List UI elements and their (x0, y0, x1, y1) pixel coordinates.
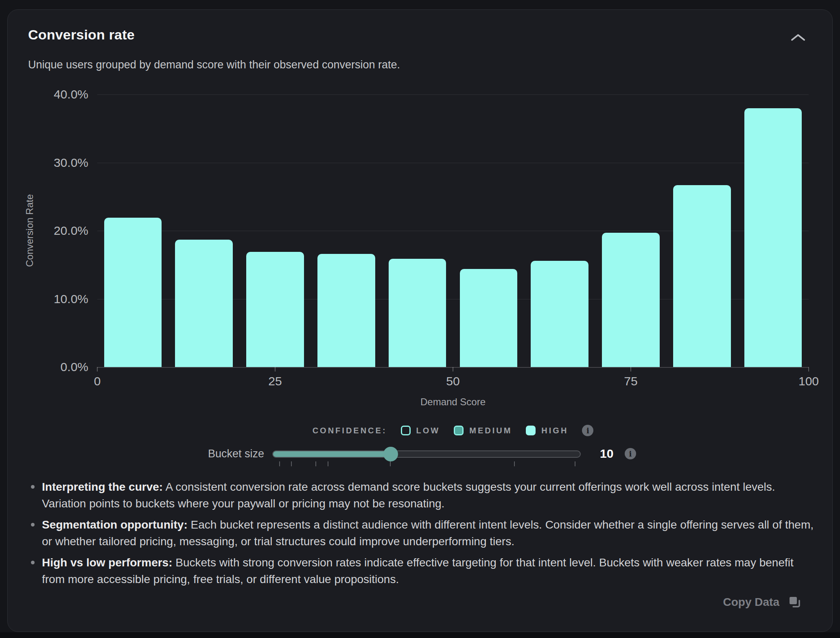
legend-item-label: HIGH (541, 426, 568, 435)
bar-0-10[interactable] (104, 218, 162, 367)
bullet-dot (31, 561, 35, 564)
note-text: High vs low performers: Buckets with str… (42, 554, 816, 588)
copy-icon (788, 596, 801, 609)
note-interpreting-the-curve: Interpreting the curve: A consistent con… (25, 478, 816, 512)
y-tick-label: 10.0% (54, 292, 88, 306)
x-tick-label: 0 (94, 374, 101, 388)
copy-data-button[interactable]: Copy Data (723, 596, 801, 609)
note-segmentation-opportunity: Segmentation opportunity: Each bucket re… (25, 516, 816, 550)
page-bottom-strip (0, 632, 840, 638)
insight-notes: Interpreting the curve: A consistent con… (25, 478, 816, 592)
bar-70-80[interactable] (602, 233, 660, 367)
bar-90-100[interactable] (744, 108, 802, 367)
gridline (97, 94, 809, 95)
bar-60-70[interactable] (531, 261, 588, 367)
note-text: Segmentation opportunity: Each bucket re… (42, 516, 816, 550)
page-background: Conversion rate Unique users grouped by … (0, 0, 840, 638)
bar-80-90[interactable] (673, 185, 731, 367)
bullet-dot (31, 523, 35, 527)
slider-tick (328, 461, 328, 466)
collapse-button[interactable] (788, 29, 809, 46)
bullet-dot (31, 485, 35, 489)
confidence-legend: CONFIDENCE: LOW MEDIUM HIGH i (97, 422, 809, 439)
x-axis-title: Demand Score (97, 396, 809, 408)
slider-tick (315, 461, 316, 466)
y-axis-title: Conversion Rate (24, 94, 35, 367)
card-subtitle: Unique users grouped by demand score wit… (28, 59, 400, 71)
bucket-size-value: 10 (600, 447, 613, 461)
x-tick-label: 25 (268, 374, 282, 388)
y-tick-label: 30.0% (54, 156, 88, 170)
x-tick (630, 367, 631, 371)
x-tick (808, 367, 809, 371)
note-text: Interpreting the curve: A consistent con… (42, 478, 816, 512)
bar-30-40[interactable] (317, 254, 375, 367)
y-tick-label: 20.0% (54, 224, 88, 238)
note-high-vs-low-performers: High vs low performers: Buckets with str… (25, 554, 816, 588)
x-tick (453, 367, 453, 371)
medium-confidence-swatch (454, 426, 464, 435)
bucket-size-info-icon[interactable]: i (625, 448, 636, 459)
chevron-up-icon (790, 33, 806, 42)
bar-10-20[interactable] (175, 240, 233, 367)
x-tick (97, 367, 98, 371)
card-title: Conversion rate (28, 27, 135, 43)
slider-tick (390, 461, 391, 466)
x-tick (275, 367, 276, 371)
slider-tick (575, 461, 575, 466)
slider-tick-marks (272, 461, 581, 467)
x-tick-label: 100 (798, 374, 819, 388)
x-tick-label: 75 (624, 374, 637, 388)
bar-40-50[interactable] (389, 259, 446, 367)
slider-thumb[interactable] (383, 447, 398, 461)
bucket-size-slider-track[interactable] (272, 450, 581, 458)
slider-fill (273, 451, 391, 457)
legend-item-medium[interactable]: MEDIUM (454, 426, 512, 435)
conversion-rate-card: Conversion rate Unique users grouped by … (7, 9, 833, 632)
confidence-info-icon[interactable]: i (582, 425, 593, 436)
low-confidence-swatch (401, 426, 411, 435)
gridline (97, 163, 809, 163)
legend-item-high[interactable]: HIGH (526, 426, 568, 435)
slider-tick (279, 461, 280, 466)
y-tick-label: 0.0% (61, 360, 88, 374)
bucket-size-control: Bucket size 10 i (8, 440, 833, 474)
bar-chart-plot-area: 0.0%10.0%20.0%30.0%40.0%0255075100 (97, 94, 809, 368)
copy-data-label: Copy Data (723, 596, 779, 609)
bar-20-30[interactable] (246, 252, 304, 367)
legend-item-low[interactable]: LOW (401, 426, 440, 435)
slider-tick (291, 461, 292, 466)
bar-50-60[interactable] (460, 269, 518, 367)
slider-tick (514, 461, 515, 466)
high-confidence-swatch (526, 426, 536, 435)
y-tick-label: 40.0% (54, 87, 88, 101)
legend-item-label: LOW (416, 426, 440, 435)
legend-item-label: MEDIUM (469, 426, 512, 435)
legend-caption: CONFIDENCE: (313, 426, 387, 435)
x-tick-label: 50 (446, 374, 459, 388)
bucket-size-label: Bucket size (162, 448, 264, 460)
